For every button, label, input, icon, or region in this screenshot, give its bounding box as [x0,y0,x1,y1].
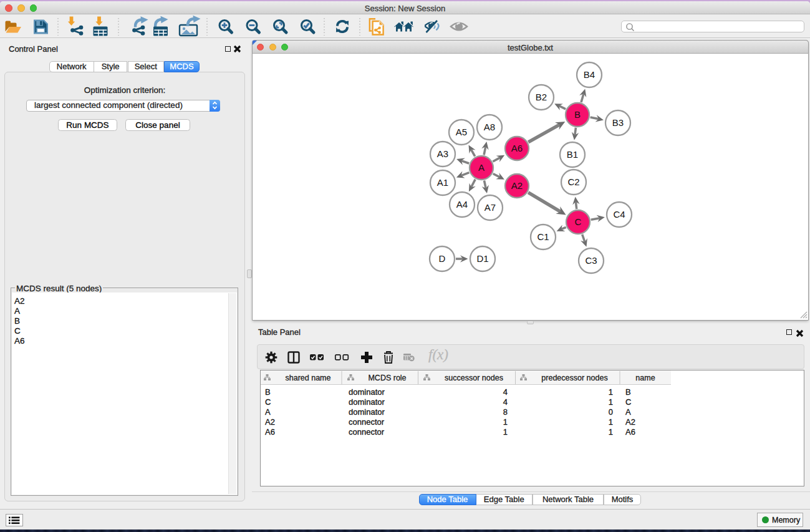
svg-text:A8: A8 [484,122,495,132]
svg-text:A6: A6 [511,143,523,153]
svg-text:A5: A5 [456,127,467,137]
svg-text:B4: B4 [584,69,595,80]
svg-text:D: D [439,253,446,264]
svg-text:C: C [575,216,582,227]
svg-text:B2: B2 [536,92,547,102]
svg-text:C2: C2 [567,177,579,187]
svg-text:A2: A2 [511,180,523,191]
svg-text:C3: C3 [585,255,597,266]
svg-text:B: B [574,109,581,120]
svg-text:A1: A1 [437,177,448,188]
svg-text:A7: A7 [485,202,496,213]
svg-text:B1: B1 [567,149,578,160]
svg-text:C1: C1 [537,231,549,242]
svg-text:B3: B3 [612,117,624,128]
svg-text:C4: C4 [613,209,625,220]
svg-text:A: A [478,162,485,173]
svg-text:D1: D1 [476,253,488,264]
svg-text:A4: A4 [456,199,468,210]
svg-text:A3: A3 [437,148,448,159]
